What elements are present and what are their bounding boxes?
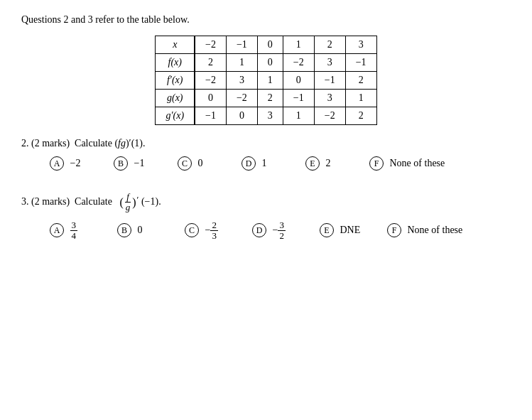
choice-2-A-circle: A xyxy=(50,156,64,171)
choice-2-C-circle: C xyxy=(178,156,192,171)
choice-3-D-circle: D xyxy=(252,223,266,237)
fraction-f-over-g: f g xyxy=(124,192,132,213)
choice-2-E-label: 2 xyxy=(323,158,331,169)
question-2: 2. (2 marks) Calculate (fg)′(1). A −2 B … xyxy=(21,138,511,171)
choice-2-C[interactable]: C 0 xyxy=(178,156,241,171)
choice-2-B-label: −1 xyxy=(131,158,144,169)
choice-3-A[interactable]: A 3 4 xyxy=(50,220,117,242)
choice-3-A-circle: A xyxy=(50,223,64,237)
question-3: 3. (2 marks) Calculate ( f g ) ′ (−1). A… xyxy=(21,192,511,241)
choice-3-E[interactable]: E DNE xyxy=(320,223,387,237)
reference-table: x −2 −1 0 1 2 3 f(x) 2 1 0 −2 3 −1 f′(x)… xyxy=(21,36,511,125)
choice-3-A-label: 3 4 xyxy=(67,220,77,242)
choice-3-F[interactable]: F None of these xyxy=(387,223,462,237)
choice-2-B-circle: B xyxy=(114,156,128,171)
choice-3-C-label: − 2 3 xyxy=(202,220,218,242)
choice-3-D-label: − 3 2 xyxy=(270,220,286,242)
choice-3-C[interactable]: C − 2 3 xyxy=(185,220,252,242)
choice-3-D[interactable]: D − 3 2 xyxy=(252,220,320,242)
question-3-label: 3. (2 marks) Calculate ( f g ) ′ (−1). xyxy=(21,192,511,213)
choice-2-A-label: −2 xyxy=(67,158,80,169)
choice-2-F-label: None of these xyxy=(387,158,445,169)
question-2-choices: A −2 B −1 C 0 D 1 E 2 F None of these xyxy=(21,156,511,171)
choice-2-E-circle: E xyxy=(305,156,320,171)
choice-3-B[interactable]: B 0 xyxy=(117,223,185,237)
choice-3-F-circle: F xyxy=(387,223,401,237)
choice-3-F-label: None of these xyxy=(405,225,462,236)
question-2-label: 2. (2 marks) Calculate (fg)′(1). xyxy=(21,138,511,149)
choice-2-F-circle: F xyxy=(369,156,384,171)
choice-2-A[interactable]: A −2 xyxy=(50,156,114,171)
choice-3-B-circle: B xyxy=(117,223,131,237)
choice-3-B-label: 0 xyxy=(135,225,143,236)
choice-2-D-circle: D xyxy=(241,156,256,171)
choice-2-D-label: 1 xyxy=(259,158,267,169)
question-3-choices: A 3 4 B 0 C − 2 3 D − xyxy=(21,220,511,242)
choice-3-C-circle: C xyxy=(185,223,199,237)
choice-2-F[interactable]: F None of these xyxy=(369,156,445,171)
choice-3-E-circle: E xyxy=(320,223,334,237)
choice-2-E[interactable]: E 2 xyxy=(305,156,369,171)
intro-text: Questions 2 and 3 refer to the table bel… xyxy=(21,14,511,26)
choice-2-B[interactable]: B −1 xyxy=(114,156,178,171)
choice-2-D[interactable]: D 1 xyxy=(241,156,305,171)
choice-2-C-label: 0 xyxy=(195,158,203,169)
choice-3-E-label: DNE xyxy=(337,225,360,236)
